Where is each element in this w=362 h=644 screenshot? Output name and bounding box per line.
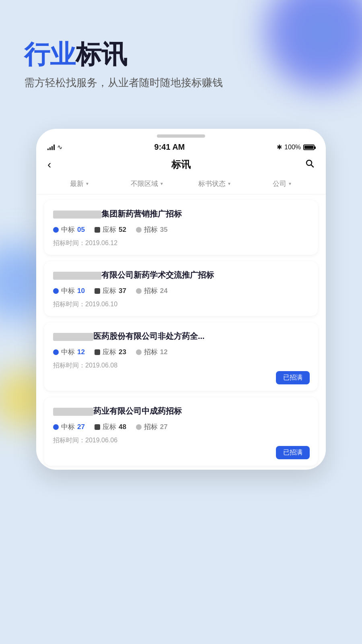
zhongbiao-value-3: 12 (77, 348, 85, 356)
search-button[interactable] (298, 159, 315, 171)
bid-stat-zhaobiao-4: 招标 27 (136, 422, 168, 431)
zhongbiao-value-1: 05 (77, 226, 85, 234)
filter-status-label: 标书状态 (198, 179, 226, 188)
signal-bars (47, 144, 55, 150)
bid-stat-zhongbiao-1: 中标 05 (53, 225, 85, 234)
back-button[interactable]: ‹ (47, 158, 64, 171)
filter-company[interactable]: 公司 ▼ (249, 179, 316, 188)
yingbiao-value-2: 37 (119, 287, 126, 295)
zhaobiao-label-4: 招标 (144, 422, 158, 431)
title-highlight: 行业 (24, 40, 76, 69)
filter-status[interactable]: 标书状态 ▼ (181, 179, 249, 188)
dot-blue-1 (53, 227, 59, 233)
dot-dark-4 (95, 424, 100, 430)
bid-stats-4: 中标 27 应标 48 招标 27 (53, 422, 309, 431)
bid-title-blurred-3 (53, 333, 93, 341)
bid-stat-yingbiao-4: 应标 48 (95, 422, 126, 431)
page-subtitle: 需方轻松找服务，从业者随时随地接标赚钱 (24, 76, 223, 90)
bid-stat-zhaobiao-2: 招标 24 (136, 286, 168, 295)
bid-title-blurred-2 (53, 272, 101, 280)
bid-stats-2: 中标 10 应标 37 招标 24 (53, 286, 309, 295)
zhaobiao-value-4: 27 (160, 423, 168, 431)
bid-stat-yingbiao-3: 应标 23 (95, 347, 126, 357)
bid-full-badge-3: 已招满 (276, 371, 310, 384)
yingbiao-label-3: 应标 (103, 347, 116, 357)
bid-stat-yingbiao-1: 应标 52 (95, 225, 126, 234)
zhongbiao-label-1: 中标 (61, 225, 75, 234)
bid-stats-1: 中标 05 应标 52 招标 35 (53, 225, 309, 234)
bid-card-2[interactable]: 有限公司新药学术交流推广招标 中标 10 应标 37 招标 24 (44, 261, 318, 316)
zhongbiao-label-2: 中标 (61, 286, 75, 295)
filter-region[interactable]: 不限区域 ▼ (113, 179, 181, 188)
status-bar: ∿ 9:41 AM ✱ 100% (36, 141, 326, 155)
filter-region-label: 不限区域 (131, 179, 158, 188)
zhaobiao-value-2: 24 (160, 287, 168, 295)
bid-stat-zhongbiao-3: 中标 12 (53, 347, 85, 357)
signal-bar-2 (49, 147, 51, 150)
nav-bar: ‹ 标讯 (36, 155, 326, 176)
svg-line-1 (311, 165, 314, 167)
bg-blob-top-right (265, 0, 362, 89)
battery-fill (304, 146, 313, 149)
phone-mockup: ∿ 9:41 AM ✱ 100% ‹ 标讯 最新 ▼ 不限区域 ▼ (36, 129, 326, 470)
wifi-icon: ∿ (57, 143, 62, 151)
filter-latest[interactable]: 最新 ▼ (46, 179, 113, 188)
battery-icon (303, 144, 315, 150)
dot-gray-3 (136, 349, 142, 355)
bid-stats-3: 中标 12 应标 23 招标 12 (53, 347, 309, 357)
zhaobiao-value-3: 12 (160, 348, 168, 356)
yingbiao-value-1: 52 (119, 226, 126, 234)
dot-gray-2 (136, 288, 142, 294)
zhongbiao-label-4: 中标 (61, 422, 75, 431)
bid-date-2: 招标时间：2019.06.10 (53, 300, 309, 309)
bid-date-3: 招标时间：2019.06.08 (53, 361, 309, 370)
bid-title-2: 有限公司新药学术交流推广招标 (53, 269, 309, 281)
phone-notch (157, 134, 205, 138)
bid-title-blurred-4 (53, 408, 93, 416)
zhongbiao-value-4: 27 (77, 423, 85, 431)
zhongbiao-label-3: 中标 (61, 347, 75, 357)
bid-stat-zhongbiao-2: 中标 10 (53, 286, 85, 295)
bid-card-4[interactable]: 药业有限公司中成药招标 中标 27 应标 48 招标 27 (44, 397, 318, 466)
dot-dark-2 (95, 288, 100, 294)
zhongbiao-value-2: 10 (77, 287, 85, 295)
signal-bar-4 (53, 144, 55, 150)
bluetooth-icon: ✱ (277, 143, 282, 151)
dot-gray-4 (136, 424, 142, 430)
filter-latest-arrow: ▼ (85, 182, 89, 186)
dot-dark-1 (95, 227, 100, 233)
bid-stat-yingbiao-2: 应标 37 (95, 286, 126, 295)
filter-region-arrow: ▼ (160, 182, 164, 186)
phone-top-bar (36, 129, 326, 141)
dot-gray-1 (136, 227, 142, 233)
bid-title-4: 药业有限公司中成药招标 (53, 405, 309, 417)
bid-title-3: 医药股份有限公司非处方药全... (53, 330, 309, 342)
status-signal: ∿ (47, 143, 62, 151)
page-header: 行业标讯 需方轻松找服务，从业者随时随地接标赚钱 (24, 40, 223, 90)
bid-list: 集团新药营销推广招标 中标 05 应标 52 招标 35 (36, 194, 326, 466)
zhaobiao-label-1: 招标 (144, 225, 158, 234)
bid-title-1: 集团新药营销推广招标 (53, 208, 309, 219)
dot-blue-2 (53, 288, 59, 294)
dot-blue-3 (53, 349, 59, 355)
filter-status-arrow: ▼ (227, 182, 231, 186)
filter-bar: 最新 ▼ 不限区域 ▼ 标书状态 ▼ 公司 ▼ (36, 176, 326, 194)
filter-company-label: 公司 (273, 179, 286, 188)
bid-stat-zhongbiao-4: 中标 27 (53, 422, 85, 431)
bid-card-1[interactable]: 集团新药营销推广招标 中标 05 应标 52 招标 35 (44, 200, 318, 255)
bid-date-4: 招标时间：2019.06.06 (53, 436, 309, 445)
yingbiao-value-4: 48 (119, 423, 126, 431)
dot-blue-4 (53, 424, 59, 430)
status-right: ✱ 100% (277, 143, 315, 151)
battery-percent: 100% (284, 144, 301, 151)
bid-card-3[interactable]: 医药股份有限公司非处方药全... 中标 12 应标 23 招标 12 (44, 322, 318, 391)
nav-title: 标讯 (171, 158, 191, 171)
status-time: 9:41 AM (154, 142, 185, 152)
bid-title-blurred-1 (53, 211, 101, 219)
filter-latest-label: 最新 (70, 179, 84, 188)
bid-stat-zhaobiao-3: 招标 12 (136, 347, 168, 357)
bid-full-badge-4: 已招满 (276, 446, 310, 459)
zhaobiao-value-1: 35 (160, 226, 168, 234)
yingbiao-label-1: 应标 (103, 225, 116, 234)
page-title: 行业标讯 (24, 40, 223, 68)
